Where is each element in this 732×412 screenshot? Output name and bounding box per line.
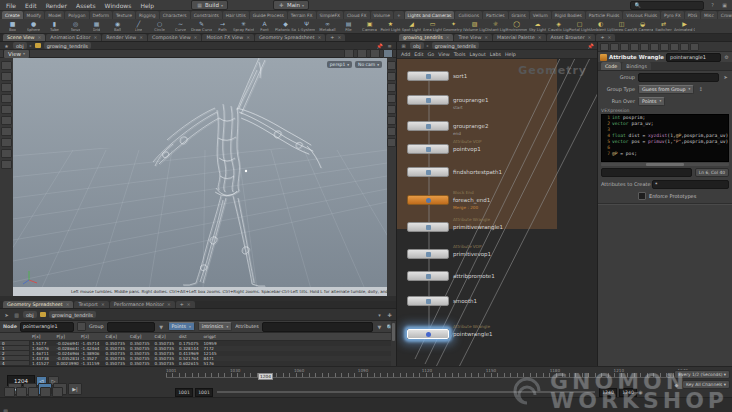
view-tool-button[interactable]: View▾ bbox=[3, 49, 30, 59]
shelf-tab[interactable]: Particle Fluids bbox=[586, 11, 622, 19]
network-canvas[interactable]: Geometry sort1 bbox=[397, 59, 597, 367]
parameter-toolbar-icon[interactable] bbox=[610, 43, 619, 51]
shelf-tab[interactable]: + bbox=[394, 11, 404, 19]
select-arrow-icon[interactable]: ➤ bbox=[722, 74, 729, 81]
node-body[interactable] bbox=[407, 121, 449, 131]
shelf-tool[interactable]: Ψ L-System bbox=[296, 19, 317, 33]
shelf-tab[interactable]: Rigging bbox=[136, 11, 159, 19]
network-node[interactable]: Attribute Wrangle primitivewrangle1 bbox=[407, 222, 503, 232]
network-node[interactable]: Attribute Wrangle pointwrangle1 bbox=[407, 329, 493, 339]
layout-icon[interactable]: ▣ bbox=[721, 2, 728, 9]
shelf-tool[interactable]: ▶ Animated Camera bbox=[674, 19, 695, 33]
camera-lock-icon[interactable]: ◉ bbox=[637, 389, 644, 396]
node-body[interactable] bbox=[407, 222, 449, 232]
shelf-tab[interactable]: Polygon bbox=[65, 11, 88, 19]
close-icon[interactable] bbox=[94, 35, 98, 40]
close-icon[interactable] bbox=[167, 302, 171, 307]
shelf-tab[interactable]: Model bbox=[45, 11, 64, 19]
add-icon[interactable]: ✚ bbox=[386, 311, 393, 318]
pane-tab[interactable]: Motion FX View bbox=[202, 34, 254, 41]
column-header[interactable]: P[x] bbox=[30, 333, 55, 340]
network-menu-item[interactable]: Edit bbox=[414, 52, 423, 57]
parameter-toolbar-icon[interactable] bbox=[670, 43, 679, 51]
shelf-tool[interactable]: ✦ Geometry Light bbox=[443, 19, 464, 33]
menu-item[interactable]: File bbox=[4, 2, 18, 9]
viewport-tool-icon[interactable] bbox=[1, 72, 12, 81]
viewport-display-icon[interactable] bbox=[387, 138, 396, 147]
shelf-tab[interactable]: Characters bbox=[160, 11, 190, 19]
viewport-tool-icon[interactable] bbox=[1, 127, 12, 136]
parameter-toolbar-icon[interactable] bbox=[680, 43, 689, 51]
viewport-display-icon[interactable] bbox=[387, 105, 396, 114]
network-menu-item[interactable]: Add bbox=[401, 52, 410, 57]
node-path-field[interactable]: pointwrangle1 bbox=[20, 322, 74, 332]
parameter-toolbar-icon[interactable] bbox=[650, 43, 659, 51]
network-node[interactable]: Attribute VOP pointvop1 bbox=[407, 144, 481, 154]
shelf-tab[interactable]: Volume bbox=[371, 11, 393, 19]
column-header[interactable]: Cd[x] bbox=[104, 333, 129, 340]
pane-tab[interactable]: + bbox=[326, 34, 345, 41]
shelf-tab[interactable]: Terrain FX bbox=[288, 11, 316, 19]
shelf-tool[interactable]: ◐ Ambient Light bbox=[590, 19, 611, 33]
network-node[interactable]: findshortestpath1 bbox=[407, 167, 502, 177]
shelf-tab[interactable]: Particles bbox=[483, 11, 508, 19]
shelf-tab[interactable]: Hair Utils bbox=[223, 11, 249, 19]
shelf-tool[interactable]: ∞ Metaball bbox=[317, 19, 338, 33]
range-end-field[interactable]: 1240 bbox=[599, 388, 617, 397]
network-editor[interactable]: ⊞ obj ▸ growing_tendrils 📌 AddEditGoView… bbox=[396, 42, 597, 366]
shelf-tool[interactable]: ○ Circle bbox=[149, 19, 170, 33]
parameter-toolbar-icon[interactable] bbox=[630, 43, 639, 51]
parameter-tab[interactable]: Bindings bbox=[622, 62, 651, 70]
parameter-toolbar-icon[interactable] bbox=[620, 43, 629, 51]
node-body[interactable] bbox=[407, 271, 449, 281]
shelf-tool[interactable]: ▮ Tube bbox=[44, 19, 65, 33]
node-body[interactable] bbox=[407, 71, 449, 81]
snapshot-icon[interactable] bbox=[344, 49, 354, 58]
network-menu-item[interactable]: Go bbox=[428, 52, 435, 57]
menu-icon[interactable]: ≡ bbox=[386, 42, 393, 49]
network-node[interactable]: sort1 bbox=[407, 71, 467, 81]
network-node[interactable]: Attribute VOP primitivevop1 bbox=[407, 249, 491, 259]
close-icon[interactable] bbox=[588, 35, 592, 40]
pane-tab[interactable]: + bbox=[596, 34, 615, 41]
shelf-tab[interactable]: Pyro FX bbox=[661, 11, 684, 19]
path-node[interactable]: growing_tendrils bbox=[432, 42, 479, 49]
column-header[interactable]: P[y] bbox=[55, 333, 80, 340]
shelf-tab[interactable]: SimpleFX bbox=[317, 11, 344, 19]
viewport-tool-icon[interactable] bbox=[1, 138, 12, 147]
attributes-filter-input[interactable] bbox=[262, 322, 373, 332]
viewport-tool-icon[interactable] bbox=[1, 61, 12, 70]
path-root[interactable]: obj bbox=[23, 311, 37, 318]
stepper-icon[interactable]: ↕ bbox=[697, 86, 704, 93]
node-body[interactable] bbox=[407, 167, 449, 177]
shelf-tool[interactable]: ◯ Environment Light bbox=[506, 19, 527, 33]
network-grid-icon[interactable]: ⊞ bbox=[400, 42, 407, 49]
menu-item[interactable]: Assets bbox=[74, 2, 98, 9]
spreadsheet-scrollbar[interactable] bbox=[391, 321, 396, 366]
snippet-input[interactable] bbox=[601, 168, 692, 177]
parameter-toolbar-icon[interactable] bbox=[640, 43, 649, 51]
shelf-tab[interactable]: PDG bbox=[685, 11, 700, 19]
playback-rate-dropdown[interactable]: Every 1/2 (Seconds) ▾ bbox=[674, 370, 730, 379]
shelf-tab[interactable]: Grains bbox=[509, 11, 529, 19]
shelf-tool[interactable]: ◆ Platonic Solids bbox=[275, 19, 296, 33]
node-body[interactable] bbox=[407, 296, 449, 306]
pane-tab[interactable]: Scene View bbox=[3, 34, 45, 41]
current-frame-marker[interactable]: 1204 bbox=[258, 373, 273, 380]
network-menu-item[interactable]: Layout bbox=[469, 52, 485, 57]
playbar-option-icon[interactable] bbox=[52, 387, 63, 397]
display-options-icon[interactable] bbox=[357, 49, 367, 58]
shelf-tool[interactable]: ◢ Spot Light bbox=[401, 19, 422, 33]
parameter-toolbar-icon[interactable] bbox=[660, 43, 669, 51]
shelf-tool[interactable]: ◈ Caustic Light bbox=[548, 19, 569, 33]
shelf-tool[interactable]: ▤ File bbox=[338, 19, 359, 33]
close-icon[interactable] bbox=[246, 35, 250, 40]
range-slider[interactable] bbox=[217, 391, 595, 393]
pane-tab[interactable]: Performance Monitor bbox=[110, 301, 175, 308]
pane-tab[interactable]: Composite View bbox=[148, 34, 201, 41]
pane-tab[interactable]: Animation Editor bbox=[46, 34, 101, 41]
node-body[interactable] bbox=[407, 249, 449, 259]
gear-icon[interactable]: ⚙ bbox=[723, 54, 730, 61]
network-menu-item[interactable]: Labs bbox=[490, 52, 501, 57]
viewport-layout-icon[interactable] bbox=[383, 49, 393, 58]
